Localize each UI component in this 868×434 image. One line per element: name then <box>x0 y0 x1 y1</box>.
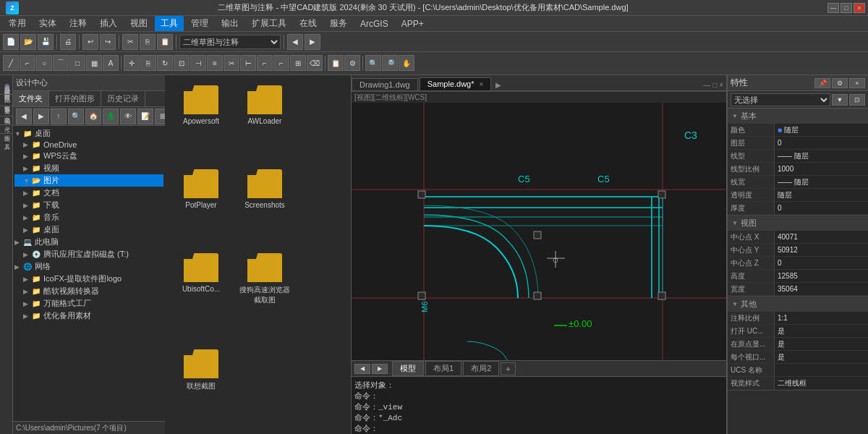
dc-forward[interactable]: ▶ <box>33 109 49 124</box>
menu-charu[interactable]: 插入 <box>94 16 123 31</box>
menu-shitu[interactable]: 视图 <box>124 16 153 31</box>
tb-line[interactable]: ╱ <box>3 55 19 71</box>
menu-guanli[interactable]: 管理 <box>185 16 214 31</box>
model-tab-model[interactable]: 模型 <box>392 361 424 376</box>
side-icon-bl[interactable]: 变量 <box>0 103 12 104</box>
prop-value-lineweight[interactable]: —— 随层 <box>775 176 868 188</box>
tree-onedrive[interactable]: ▶ 📁 OneDrive <box>14 140 163 150</box>
close-button[interactable]: × <box>854 3 865 13</box>
dc-home[interactable]: 🏠 <box>85 109 101 124</box>
prop-value-annoscale[interactable]: 1:1 <box>775 312 868 324</box>
tb-chamfer[interactable]: ⌐ <box>273 55 289 71</box>
menu-gongju[interactable]: 工具 <box>155 16 184 31</box>
tree-docs[interactable]: ▶ 📁 文档 <box>14 187 163 199</box>
tb-move[interactable]: ✛ <box>124 55 140 71</box>
menu-zaixian[interactable]: 在线 <box>294 16 323 31</box>
props-settings[interactable]: ⚙ <box>832 78 848 88</box>
prop-selector-dropdown[interactable]: 无选择 <box>731 93 830 106</box>
tree-music[interactable]: ▶ 📁 音乐 <box>14 211 163 224</box>
prop-value-cz[interactable]: 0 <box>775 257 868 269</box>
maximize-button[interactable]: □ <box>841 3 852 13</box>
prop-value-cy[interactable]: 50912 <box>775 244 868 256</box>
tb-copy2[interactable]: ⎘ <box>140 55 156 71</box>
cad-command-panel[interactable]: 选择对象： 命令： 命令：_view 命令：*_Adc 命令： <box>352 376 726 434</box>
tb-extend[interactable]: ⊢ <box>240 55 256 71</box>
menu-zhushi[interactable]: 注释 <box>64 16 93 31</box>
tb-cut[interactable]: ✂ <box>122 34 138 50</box>
model-tab-prev[interactable]: ◀ <box>354 364 370 374</box>
dc-back[interactable]: ◀ <box>16 109 32 124</box>
menu-shiti[interactable]: 实体 <box>33 16 62 31</box>
tree-kusuan[interactable]: ▶ 📁 酷软视频转换器 <box>14 285 163 297</box>
tb-redo[interactable]: ↪ <box>100 34 116 50</box>
menu-arcgis[interactable]: ArcGIS <box>354 17 394 30</box>
prop-value-ucs[interactable]: 是 <box>775 325 868 337</box>
prop-value-origin[interactable]: 是 <box>775 338 868 350</box>
model-tab-add[interactable]: + <box>501 362 515 375</box>
tb-mirror[interactable]: ⊣ <box>190 55 206 71</box>
cad-tab-sample-close[interactable]: × <box>480 80 484 88</box>
prop-value-cx[interactable]: 40071 <box>775 231 868 243</box>
file-awloader[interactable]: AWLoader <box>236 82 294 161</box>
file-screenshots[interactable]: Screenshots <box>236 166 294 244</box>
tree-downloads[interactable]: ▶ 📁 下载 <box>14 199 163 211</box>
cad-tab-drawing1[interactable]: Drawing1.dwg <box>352 78 418 90</box>
tree-pictures[interactable]: ▼ 📂 图片 <box>14 174 163 187</box>
tb-array[interactable]: ⊞ <box>290 55 306 71</box>
prop-value-width[interactable]: 35064 <box>775 283 868 295</box>
tb-hatch[interactable]: ▦ <box>86 55 102 71</box>
prop-selector-btn2[interactable]: ⊡ <box>849 94 865 106</box>
tb-save[interactable]: 💾 <box>38 34 54 50</box>
tb-props[interactable]: ⚙ <box>344 55 360 71</box>
dc-up[interactable]: ↑ <box>51 109 67 124</box>
tb-pline[interactable]: ⌐ <box>20 55 35 71</box>
tb-offset[interactable]: ≡ <box>207 55 223 71</box>
prop-value-thickness[interactable]: 0 <box>775 202 868 214</box>
tb-new[interactable]: 📄 <box>3 34 19 50</box>
tree-desktop[interactable]: ▼ 📁 桌面 <box>14 127 163 140</box>
prop-value-layer[interactable]: 0 <box>775 137 868 149</box>
prop-section-view-header[interactable]: ▼ 视图 <box>728 216 868 231</box>
prop-section-other-header[interactable]: ▼ 其他 <box>728 297 868 312</box>
tb-rect[interactable]: □ <box>69 55 85 71</box>
prop-value-transparency[interactable]: 随层 <box>775 189 868 201</box>
tree-mypc[interactable]: ▶ 💻 此电脑 <box>14 236 163 248</box>
file-lenovo[interactable]: 联想截图 <box>172 346 230 427</box>
tb-print[interactable]: 🖨 <box>60 34 76 50</box>
prop-value-color[interactable]: ■随层 <box>775 124 868 136</box>
cad-tab-sample[interactable]: Sample.dwg* × <box>420 77 492 90</box>
side-icon-cc[interactable]: 尺寸 <box>0 122 12 123</box>
model-tab-layout1[interactable]: 布局1 <box>425 361 461 376</box>
tab-folder[interactable]: 文件夹 <box>13 91 49 106</box>
menu-kuozhan[interactable]: 扩展工具 <box>246 16 292 31</box>
side-icon-bm[interactable]: 编码 <box>0 113 12 114</box>
tb-zoom-out[interactable]: 🔎 <box>382 55 398 71</box>
prop-section-basic-header[interactable]: ▼ 基本 <box>728 109 868 124</box>
prop-value-ucsname[interactable] <box>775 364 868 376</box>
props-close[interactable]: × <box>849 78 865 88</box>
model-tab-layout2[interactable]: 布局2 <box>463 361 499 376</box>
tab-history[interactable]: 历史记录 <box>101 91 145 106</box>
tree-icofx[interactable]: ▶ 📁 IcoFX-提取软件图logo <box>14 273 163 285</box>
dc-desc[interactable]: 📝 <box>137 109 153 124</box>
prop-value-ltscale[interactable]: 1000 <box>775 163 868 175</box>
prop-value-linetype[interactable]: —— 随层 <box>775 150 868 162</box>
side-icon-tk[interactable]: 图块 <box>0 130 12 132</box>
tree-yh[interactable]: ▶ 📁 优化备用素材 <box>14 310 163 322</box>
cad-tab-extra[interactable]: ▶ <box>493 80 504 90</box>
tree-wn[interactable]: ▶ 📁 万能格式工厂 <box>14 297 163 310</box>
tb-zoom-in[interactable]: 🔍 <box>365 55 381 71</box>
side-icon-gj[interactable]: 工具 <box>0 139 12 140</box>
tb-fillet[interactable]: ⌐ <box>257 55 273 71</box>
tb-copy[interactable]: ⎘ <box>140 34 156 50</box>
prop-value-height[interactable]: 12585 <box>775 270 868 282</box>
cad-viewport-controls[interactable]: — □ × <box>701 80 726 90</box>
file-sogou[interactable]: 搜狗高速浏览器截取图 <box>236 250 294 341</box>
tb-layer[interactable]: 📋 <box>328 55 344 71</box>
prop-value-perview[interactable]: 是 <box>775 351 868 363</box>
file-ubisoft[interactable]: UbisoftCo... <box>172 250 230 341</box>
menu-changyong[interactable]: 常用 <box>3 16 32 31</box>
tb-open[interactable]: 📂 <box>20 34 36 50</box>
prop-selector-btn1[interactable]: ▼ <box>832 94 848 106</box>
tb-extra2[interactable]: ▶ <box>305 34 320 50</box>
